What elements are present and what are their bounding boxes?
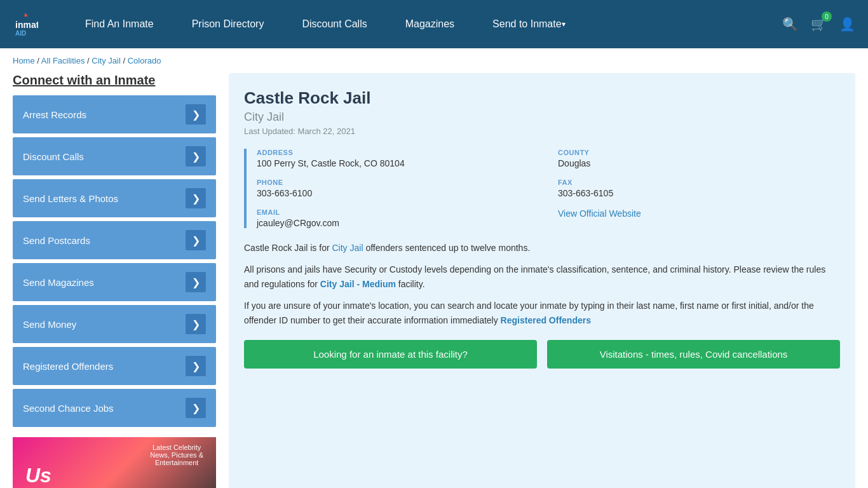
search-icon[interactable]: 🔍 [782, 17, 798, 32]
website-block: View Official Website [558, 208, 840, 228]
sidebar-item-send-postcards[interactable]: Send Postcards ❯ [13, 221, 216, 259]
arrow-icon: ❯ [186, 314, 206, 334]
logo-icon: inmate AID [13, 11, 38, 37]
county-block: COUNTY Douglas [558, 149, 840, 168]
address-value: 100 Perry St, Castle Rock, CO 80104 [257, 158, 539, 168]
sidebar-menu: Arrest Records ❯ Discount Calls ❯ Send L… [13, 95, 216, 427]
sidebar-item-label: Send Money [23, 319, 76, 330]
website-link[interactable]: View Official Website [558, 208, 641, 219]
svg-text:inmate: inmate [15, 20, 38, 30]
info-section: ADDRESS 100 Perry St, Castle Rock, CO 80… [244, 149, 840, 228]
county-value: Douglas [558, 158, 840, 168]
city-jail-medium-link[interactable]: City Jail - Medium [320, 279, 396, 289]
logo-area[interactable]: inmate AID [13, 11, 41, 37]
arrow-icon: ❯ [186, 230, 206, 250]
facility-type: City Jail [244, 111, 840, 124]
action-buttons: Looking for an inmate at this facility? … [244, 340, 840, 369]
sidebar-item-label: Second Chance Jobs [23, 403, 114, 414]
phone-value: 303-663-6100 [257, 188, 539, 198]
ad-background: Us Latest Celebrity News, Pictures & Ent… [13, 437, 216, 488]
facility-content: Castle Rock Jail City Jail Last Updated:… [229, 73, 855, 488]
sidebar-item-second-chance-jobs[interactable]: Second Chance Jobs ❯ [13, 389, 216, 427]
nav-prison-directory[interactable]: Prison Directory [173, 0, 283, 48]
sidebar-item-send-money[interactable]: Send Money ❯ [13, 305, 216, 343]
breadcrumb: Home / All Facilities / City Jail / Colo… [0, 48, 868, 73]
city-jail-link-1[interactable]: City Jail [332, 243, 363, 253]
registered-offenders-link[interactable]: Registered Offenders [501, 315, 591, 325]
email-block: EMAIL jcauley@CRgov.com [257, 208, 539, 228]
fax-block: FAX 303-663-6105 [558, 179, 840, 198]
visitations-button[interactable]: Visitations - times, rules, Covid cancel… [547, 340, 840, 369]
sidebar-item-label: Discount Calls [23, 151, 84, 162]
breadcrumb-all-facilities[interactable]: All Facilities [41, 56, 85, 65]
arrow-icon: ❯ [186, 272, 206, 292]
email-value: jcauley@CRgov.com [257, 218, 539, 228]
arrow-icon: ❯ [186, 188, 206, 208]
sidebar-ad[interactable]: Us Latest Celebrity News, Pictures & Ent… [13, 437, 216, 488]
sidebar-item-label: Registered Offenders [23, 361, 113, 372]
desc-paragraph-3: If you are unsure of your inmate's locat… [244, 299, 840, 327]
sidebar-item-discount-calls[interactable]: Discount Calls ❯ [13, 137, 216, 175]
arrow-icon: ❯ [186, 356, 206, 376]
find-inmate-button[interactable]: Looking for an inmate at this facility? [244, 340, 537, 369]
sidebar-item-label: Arrest Records [23, 109, 86, 120]
cart-icon[interactable]: 🛒 0 [811, 17, 827, 32]
fax-value: 303-663-6105 [558, 188, 840, 198]
nav-discount-calls[interactable]: Discount Calls [283, 0, 386, 48]
arrow-icon: ❯ [186, 104, 206, 125]
main-layout: Connect with an Inmate Arrest Records ❯ … [0, 73, 868, 488]
sidebar-item-send-letters[interactable]: Send Letters & Photos ❯ [13, 179, 216, 217]
sidebar-item-arrest-records[interactable]: Arrest Records ❯ [13, 95, 216, 133]
main-nav: Find An Inmate Prison Directory Discount… [66, 0, 782, 48]
desc-paragraph-2: All prisons and jails have Security or C… [244, 262, 840, 291]
nav-magazines[interactable]: Magazines [386, 0, 473, 48]
address-label: ADDRESS [257, 149, 539, 156]
phone-label: PHONE [257, 179, 539, 186]
address-block: ADDRESS 100 Perry St, Castle Rock, CO 80… [257, 149, 539, 168]
fax-label: FAX [558, 179, 840, 186]
facility-description: Castle Rock Jail is for City Jail offend… [244, 241, 840, 327]
county-label: COUNTY [558, 149, 840, 156]
sidebar-item-registered-offenders[interactable]: Registered Offenders ❯ [13, 347, 216, 385]
sidebar: Connect with an Inmate Arrest Records ❯ … [13, 73, 216, 488]
arrow-icon: ❯ [186, 398, 206, 418]
site-header: inmate AID Find An Inmate Prison Directo… [0, 0, 868, 48]
nav-send-to-inmate[interactable]: Send to Inmate [473, 0, 585, 48]
email-label: EMAIL [257, 208, 539, 216]
nav-find-inmate[interactable]: Find An Inmate [66, 0, 173, 48]
cart-badge: 0 [822, 11, 832, 22]
desc-paragraph-1: Castle Rock Jail is for City Jail offend… [244, 241, 840, 255]
info-grid: ADDRESS 100 Perry St, Castle Rock, CO 80… [257, 149, 840, 228]
ad-logo: Us [25, 464, 51, 487]
sidebar-title: Connect with an Inmate [13, 73, 216, 88]
last-updated: Last Updated: March 22, 2021 [244, 126, 840, 136]
sidebar-item-label: Send Postcards [23, 235, 90, 246]
sidebar-item-label: Send Magazines [23, 277, 94, 288]
arrow-icon: ❯ [186, 146, 206, 166]
sidebar-item-label: Send Letters & Photos [23, 193, 118, 204]
phone-block: PHONE 303-663-6100 [257, 179, 539, 198]
breadcrumb-home[interactable]: Home [13, 56, 35, 65]
svg-text:AID: AID [15, 30, 26, 37]
user-icon[interactable]: 👤 [839, 17, 855, 32]
ad-text: Latest Celebrity News, Pictures & Entert… [150, 444, 203, 466]
facility-title: Castle Rock Jail [244, 88, 840, 108]
breadcrumb-colorado[interactable]: Colorado [128, 56, 161, 65]
header-icons: 🔍 🛒 0 👤 [782, 17, 855, 32]
breadcrumb-city-jail[interactable]: City Jail [92, 56, 121, 65]
sidebar-item-send-magazines[interactable]: Send Magazines ❯ [13, 263, 216, 301]
